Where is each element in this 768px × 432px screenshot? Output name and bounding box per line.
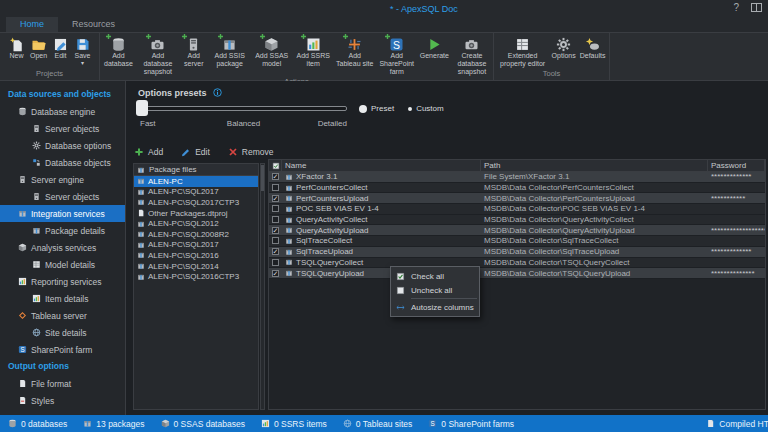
package-list-scrollbar[interactable] [260,163,265,410]
package-file-item[interactable]: ALEN-PC\SQL2008R2 [134,229,258,240]
ribbon-button-label: Open [30,52,47,60]
package-file-item[interactable]: ALEN-PC\SQL2017CTP3 [134,197,258,208]
remove-button[interactable]: Remove [228,147,274,157]
package-row[interactable]: ✓PerfCountersUploadMSDB\Data Collector\P… [269,193,765,204]
ribbon-button-add-database-snapshot[interactable]: Add database snapshot [137,36,179,76]
package-row[interactable]: ✓QueryActivityUploadMSDB\Data Collector\… [269,225,765,236]
package-row[interactable]: QueryActivityCollectMSDB\Data Collector\… [269,215,765,226]
sidebar-item-item-details[interactable]: Item details [0,290,125,307]
package-row[interactable]: POC SEB VIAS EV 1-4MSDB\Data Collector\P… [269,204,765,215]
sidebar-item-server-objects[interactable]: Server objects [0,120,125,137]
ribbon-button-defaults[interactable]: Defaults [578,36,608,60]
sidebar-item-reporting-services[interactable]: Reporting services [0,273,125,290]
sidebar-item-database-options[interactable]: Database options [0,137,125,154]
sidebar-item-styles[interactable]: Styles [0,392,125,409]
package-icon [137,198,145,206]
ribbon-button-extended-property-editor[interactable]: Extended property editor [496,36,550,68]
sidebar-item-server-engine[interactable]: Server engine [0,171,125,188]
checkbox-icon[interactable] [272,216,279,223]
sidebar-item-package-details[interactable]: Package details [0,222,125,239]
window-layout-icon[interactable] [751,3,762,12]
radio-dot-icon[interactable] [408,107,412,111]
package-file-item[interactable]: ALEN-PC\SQL2016CTP3 [134,271,258,282]
ribbon-button-add-ssis-package[interactable]: Add SSIS package [209,36,251,68]
sidebar-item-database-engine[interactable]: Database engine [0,103,125,120]
package-file-item[interactable]: Other Packages.dtproj [134,208,258,219]
checkbox-checked-icon[interactable]: ✓ [272,270,279,277]
context-menu-item-uncheck-all[interactable]: Uncheck all [391,283,479,297]
row-password [708,183,765,193]
package-row[interactable]: SqlTraceCollectMSDB\Data Collector\SqlTr… [269,236,765,247]
ribbon-button-generate[interactable]: Generate [418,36,451,60]
radio-preset[interactable]: Preset [359,104,394,113]
context-menu-item-check-all[interactable]: Check all [391,269,479,283]
sidebar-item-server-objects[interactable]: Server objects [0,188,125,205]
radio-dot-icon[interactable] [359,105,367,113]
table-header-path[interactable]: Path [481,160,708,171]
header-checkbox-icon[interactable] [272,162,280,170]
tab-resources[interactable]: Resources [58,17,129,32]
checkbox-icon[interactable] [272,184,279,191]
sidebar-item-model-details[interactable]: Model details [0,256,125,273]
ribbon-button-add-server[interactable]: Add server [179,36,209,68]
ribbon-button-add-tableau-site[interactable]: Add Tableau site [334,36,376,68]
objects-icon [32,158,41,167]
help-icon[interactable]: ? [733,2,739,13]
checkbox-checked-icon[interactable]: ✓ [272,195,279,202]
package-row[interactable]: ✓SqlTraceUploadMSDB\Data Collector\SqlTr… [269,247,765,258]
row-name-cell: QueryActivityCollect [282,215,481,225]
checkbox-checked-icon[interactable]: ✓ [272,227,279,234]
package-file-item[interactable]: ALEN-PC\SQL2016 [134,250,258,261]
ribbon-button-add-database[interactable]: Add database [100,36,137,68]
scrollbar-thumb[interactable] [261,165,264,191]
add-button[interactable]: Add [134,147,163,157]
package-icon [285,184,293,192]
sidebar-item-database-objects[interactable]: Database objects [0,154,125,171]
package-row[interactable]: TSQLQueryCollectMSDB\Data Collector\TSQL… [269,258,765,269]
package-file-item[interactable]: ALEN-PC [134,176,258,187]
ribbon-button-add-ssas-model[interactable]: Add SSAS model [251,36,293,68]
ribbon-button-options[interactable]: Options [550,36,578,60]
table-header-name[interactable]: Name [282,160,481,171]
checkbox-icon[interactable] [272,237,279,244]
sidebar-item-tableau-server[interactable]: Tableau server [0,307,125,324]
table-header-check[interactable] [269,160,282,171]
sidebar-item-file-format[interactable]: File format [0,375,125,392]
dropdown-arrow-icon[interactable]: ▾ [81,60,84,66]
checkbox-icon[interactable] [272,259,279,266]
sidebar-item-site-details[interactable]: Site details [0,324,125,341]
ribbon-button-open[interactable]: Open [28,36,50,60]
ribbon-button-save[interactable]: Save▾ [72,36,94,66]
context-menu-item-autosize-columns[interactable]: Autosize columns [391,300,479,314]
preset-slider-handle[interactable] [136,100,148,116]
radio-custom[interactable]: Custom [408,104,444,113]
package-file-item[interactable]: ALEN-PC\SQL2017 [134,187,258,198]
status-output-format-label: Compiled HTM [719,419,768,429]
edit-button[interactable]: Edit [181,147,210,157]
document-icon [18,379,27,388]
autosize-icon [396,303,405,312]
radio-label: Preset [371,104,394,113]
table-header-password[interactable]: Password [708,160,765,171]
ribbon-button-add-ssrs-item[interactable]: Add SSRS item [293,36,334,68]
package-file-item[interactable]: ALEN-PC\SQL2017 [134,240,258,251]
package-row[interactable]: PerfCountersCollectMSDB\Data Collector\P… [269,183,765,194]
ribbon-button-edit[interactable]: Edit [50,36,72,60]
ribbon-button-create-database-snapshot[interactable]: Create database snapshot [451,36,493,76]
checkbox-checked-icon[interactable]: ✓ [272,173,279,180]
package-row[interactable]: ✓XFactor 3.1File System\XFactor 3.1*****… [269,172,765,183]
checkbox-icon[interactable] [272,205,279,212]
ribbon-button-add-sharepoint-farm[interactable]: SAdd SharePoint farm [376,36,418,76]
package-file-item[interactable]: ALEN-PC\SQL2014 [134,261,258,272]
sidebar-item-analysis-services[interactable]: Analysis services [0,239,125,256]
tab-home[interactable]: Home [6,17,58,32]
sidebar-item-sharepoint-farm[interactable]: SSharePoint farm [0,341,125,358]
ribbon-button-label: Edit [54,52,66,60]
package-file-item[interactable]: ALEN-PC\SQL2012 [134,218,258,229]
info-icon[interactable] [213,88,222,97]
checkbox-checked-icon[interactable]: ✓ [272,248,279,255]
package-row[interactable]: ✓TSQLQueryUploadMSDB\Data Collector\TSQL… [269,268,765,279]
preset-slider-track[interactable] [140,106,347,111]
ribbon-button-new[interactable]: New [6,36,28,60]
sidebar-item-integration-services[interactable]: Integration services [0,205,125,222]
